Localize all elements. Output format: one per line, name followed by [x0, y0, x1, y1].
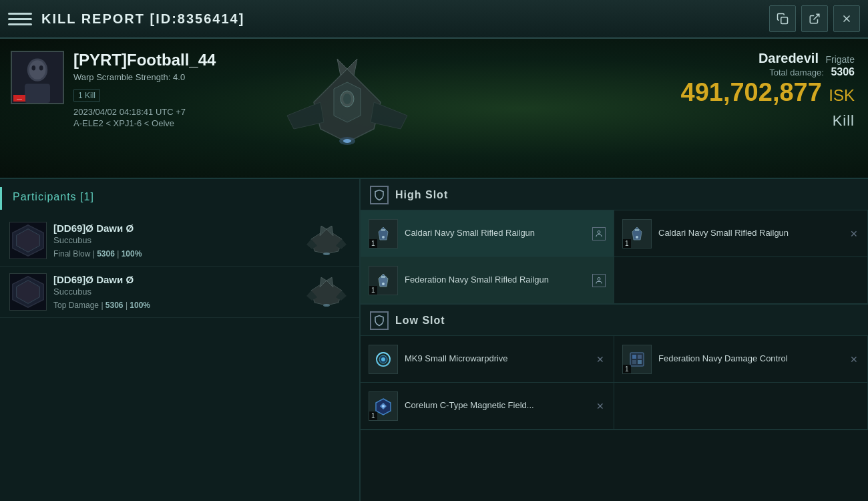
isk-value: 491,702,877 [681, 78, 822, 106]
svg-point-32 [382, 283, 385, 285]
page-title: KILL REPORT [ID:8356414] [41, 11, 769, 27]
high-slot-header: High Slot [361, 179, 868, 210]
svg-point-33 [598, 277, 600, 280]
svg-rect-0 [781, 17, 788, 24]
participant-name: [DD69]Ø Dawи Ø [53, 222, 296, 234]
participant-avatar [9, 273, 47, 311]
item-qty: 1 [369, 239, 377, 248]
participants-section-header: Participants [1] [0, 187, 359, 210]
fit-item-icon: 1 [369, 266, 398, 295]
svg-rect-42 [632, 360, 636, 364]
participant-ship-icon-2 [303, 275, 350, 309]
svg-point-37 [381, 357, 385, 361]
high-slot-grid: 1 Caldari Navy Small Rifled Railgun [361, 210, 868, 305]
low-slot-grid: MK9 Small Microwarpdrive ✕ 1 Feder [361, 336, 868, 430]
avatar-badge: — [13, 95, 25, 102]
copy-button[interactable] [769, 5, 796, 32]
participant-info: [DD69]Ø Dawи Ø Succubus Top Damage | 530… [53, 274, 296, 310]
fit-item[interactable]: MK9 Small Microwarpdrive ✕ [361, 336, 614, 383]
svg-rect-24 [381, 229, 385, 231]
isk-label: ISK [829, 86, 855, 104]
remove-item-button[interactable]: ✕ [849, 354, 859, 365]
high-slot-icon [370, 186, 389, 204]
fit-item[interactable]: 1 Federation Navy Small Rifled Railgun [361, 257, 614, 304]
fit-item[interactable]: 1 Corelum C-Type Magnetic Field... ✕ [361, 383, 614, 430]
fit-item-empty [614, 383, 868, 430]
participant-item[interactable]: [DD69]Ø Dawи Ø Succubus Top Damage | 530… [0, 267, 359, 318]
item-qty: 1 [369, 286, 377, 295]
result-label: Kill [681, 112, 855, 130]
fit-item-icon: 1 [622, 345, 652, 374]
percent-value: 100% [130, 301, 150, 310]
ship-name: Daredevil [758, 51, 819, 65]
high-slot-title: High Slot [395, 189, 448, 201]
item-name: MK9 Small Microwarpdrive [405, 353, 588, 365]
ship-image [254, 45, 441, 172]
total-damage-label: Total damage: [769, 67, 824, 77]
svg-point-9 [39, 65, 43, 71]
remove-item-button[interactable]: ✕ [595, 401, 606, 411]
participant-info: [DD69]Ø Dawи Ø Succubus Final Blow | 530… [53, 222, 296, 259]
fit-item[interactable]: 1 Federation Navy Damage Control ✕ [614, 336, 868, 383]
svg-point-22 [323, 304, 330, 307]
low-slot-title: Low Slot [395, 315, 445, 327]
svg-point-6 [29, 60, 46, 79]
percent-value: 100% [122, 249, 142, 259]
participant-ship: Succubus [53, 287, 296, 297]
share-button[interactable] [801, 5, 828, 32]
damage-value: 5306 [97, 249, 115, 259]
total-damage-value: 5306 [831, 66, 855, 77]
stat-type: Final Blow [53, 249, 90, 259]
avatar: — [11, 51, 64, 104]
participant-name: [DD69]Ø Dawи Ø [53, 274, 296, 285]
svg-point-18 [323, 253, 330, 255]
participant-stats: Top Damage | 5306 | 100% [53, 301, 296, 310]
svg-rect-40 [632, 355, 636, 359]
fit-panel: High Slot 1 Caldari Navy Small Rifled Ra… [361, 179, 868, 501]
svg-rect-31 [381, 276, 385, 278]
svg-point-29 [636, 236, 638, 238]
participant-item[interactable]: [DD69]Ø Dawи Ø Succubus Final Blow | 530… [0, 215, 359, 267]
fit-item-icon: 1 [369, 391, 398, 421]
person-badge [592, 274, 606, 287]
ship-name-area: Daredevil Frigate [681, 51, 855, 66]
hero-stats-right: Daredevil Frigate Total damage: 5306 491… [681, 51, 855, 130]
remove-item-button[interactable]: ✕ [849, 228, 859, 239]
svg-point-26 [598, 230, 600, 233]
isk-area: 491,702,877 ISK [681, 78, 855, 107]
item-name: Caldari Navy Small Rifled Railgun [658, 228, 842, 239]
svg-rect-7 [25, 84, 50, 104]
menu-icon[interactable] [8, 7, 32, 31]
low-slot-icon [370, 311, 389, 330]
fit-item-icon: 1 [369, 219, 398, 248]
svg-point-8 [31, 65, 35, 71]
remove-item-button[interactable]: ✕ [595, 354, 606, 365]
svg-rect-28 [635, 229, 639, 231]
svg-rect-43 [638, 360, 642, 364]
main-content: Participants [1] [DD69]Ø Dawи Ø Succubus… [0, 179, 868, 501]
title-bar-actions [769, 5, 860, 32]
item-qty: 1 [623, 365, 631, 373]
fit-item[interactable]: 1 Caldari Navy Small Rifled Railgun [361, 210, 614, 257]
person-badge [592, 227, 606, 240]
low-slot-header: Low Slot [361, 305, 868, 336]
fit-item-empty [614, 257, 868, 304]
participants-panel: Participants [1] [DD69]Ø Dawи Ø Succubus… [0, 179, 361, 501]
fit-item-icon: 1 [622, 219, 652, 248]
hero-section: — [PYRT]Football_44 Warp Scramble Streng… [0, 39, 868, 179]
svg-point-14 [343, 94, 351, 104]
svg-point-12 [343, 139, 351, 143]
svg-point-25 [382, 236, 385, 238]
stat-type: Top Damage [53, 301, 99, 310]
participant-ship: Succubus [53, 235, 296, 245]
kill-count: 1 Kill [73, 90, 100, 102]
fit-item-icon [369, 345, 398, 374]
item-qty: 1 [623, 239, 631, 248]
ship-class: Frigate [825, 54, 855, 65]
participant-avatar [9, 222, 47, 259]
item-name: Corelum C-Type Magnetic Field... [405, 400, 588, 411]
item-name: Caldari Navy Small Rifled Railgun [405, 228, 586, 239]
damage-value: 5306 [105, 301, 124, 310]
fit-item[interactable]: 1 Caldari Navy Small Rifled Railgun ✕ [614, 210, 868, 257]
close-button[interactable] [833, 5, 860, 32]
